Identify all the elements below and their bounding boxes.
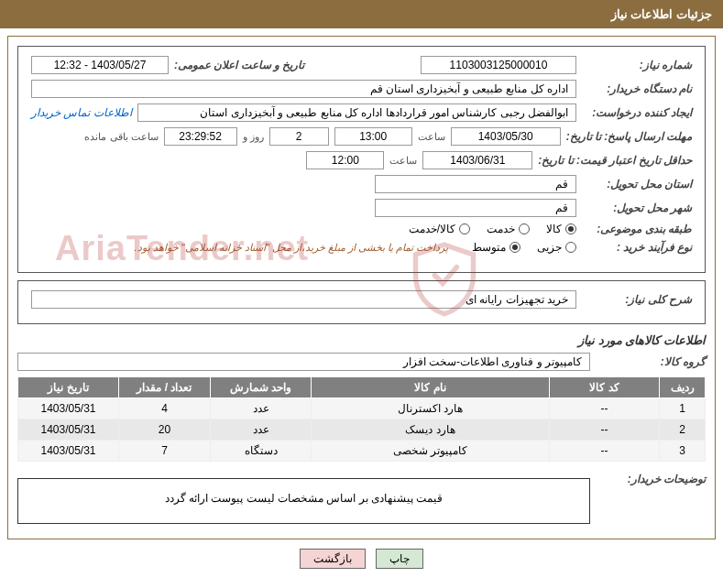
city-value: قم bbox=[375, 199, 576, 217]
validity-date: 1403/06/31 bbox=[422, 151, 532, 169]
cell-name: هارد دیسک bbox=[312, 419, 550, 441]
row-process: نوع فرآیند خرید : جزیی متوسط پرداخت تمام… bbox=[31, 241, 692, 254]
cell-code: -- bbox=[550, 398, 660, 419]
city-label: شهر محل تحویل: bbox=[582, 201, 692, 214]
buyer-notes-box: قیمت پیشنهادی بر اساس مشخصات لیست پیوست … bbox=[17, 478, 590, 524]
time-word-1: ساعت bbox=[418, 131, 445, 143]
buyer-org-label: نام دستگاه خریدار: bbox=[582, 82, 692, 95]
cell-date: 1403/05/31 bbox=[18, 398, 119, 419]
radio-circle-icon bbox=[509, 242, 520, 253]
category-radio-group: کالا خدمت کالا/خدمت bbox=[409, 223, 576, 235]
row-validity: حداقل تاریخ اعتبار قیمت: تا تاریخ: 1403/… bbox=[31, 151, 692, 169]
group-label: گروه کالا: bbox=[596, 355, 706, 368]
description-label: شرح کلی نیاز: bbox=[582, 293, 692, 306]
goods-section-title: اطلاعات کالاهای مورد نیاز bbox=[17, 333, 706, 347]
creator-value: ابوالفضل رجبی کارشناس امور قراردادها ادا… bbox=[137, 103, 576, 122]
days-remaining: 2 bbox=[269, 127, 329, 146]
description-frame: شرح کلی نیاز: خرید تجهیزات رایانه ای bbox=[17, 280, 706, 324]
outer-frame: شماره نیاز: 1103003125000010 تاریخ و ساع… bbox=[7, 36, 716, 539]
cell-idx: 3 bbox=[660, 441, 706, 462]
page-header: جزئیات اطلاعات نیاز bbox=[0, 0, 723, 28]
table-row: 2 -- هارد دیسک عدد 20 1403/05/31 bbox=[18, 419, 706, 441]
process-note: پرداخت تمام یا بخشی از مبلغ خرید،از محل … bbox=[134, 242, 448, 254]
row-description: شرح کلی نیاز: خرید تجهیزات رایانه ای bbox=[31, 290, 692, 309]
cell-idx: 1 bbox=[660, 398, 706, 419]
table-row: 1 -- هارد اکسترنال عدد 4 1403/05/31 bbox=[18, 398, 706, 419]
deadline-time: 13:00 bbox=[334, 127, 412, 146]
buyer-org-value: اداره کل منابع طبیعی و آبخیزداری استان ق… bbox=[31, 80, 576, 98]
radio-goods-label: کالا bbox=[546, 223, 562, 235]
row-province: استان محل تحویل: قم bbox=[31, 175, 692, 193]
cell-name: هارد اکسترنال bbox=[312, 398, 550, 419]
row-deadline: مهلت ارسال پاسخ: تا تاریخ: 1403/05/30 سا… bbox=[31, 127, 692, 146]
radio-circle-icon bbox=[565, 223, 576, 234]
table-header-row: ردیف کد کالا نام کالا واحد شمارش تعداد /… bbox=[18, 377, 706, 398]
th-unit: واحد شمارش bbox=[211, 377, 312, 398]
time-word-2: ساعت bbox=[389, 155, 417, 167]
radio-service-label: خدمت bbox=[487, 223, 515, 235]
radio-circle-icon bbox=[459, 223, 470, 234]
cell-name: کامپیوتر شخصی bbox=[312, 441, 550, 462]
radio-minor-label: جزیی bbox=[537, 241, 562, 254]
group-value: کامپیوتر و فناوری اطلاعات-سخت افزار bbox=[17, 353, 590, 371]
buyer-notes-label: توضیحات خریدار: bbox=[596, 473, 706, 485]
row-buyer-notes: توضیحات خریدار: قیمت پیشنهادی بر اساس مش… bbox=[17, 473, 706, 524]
province-value: قم bbox=[375, 175, 576, 193]
radio-circle-icon bbox=[519, 223, 530, 234]
announce-label: تاریخ و ساعت اعلان عمومی: bbox=[174, 59, 304, 71]
cell-qty: 4 bbox=[119, 398, 211, 419]
need-number-value: 1103003125000010 bbox=[421, 56, 576, 74]
row-group: گروه کالا: کامپیوتر و فناوری اطلاعات-سخت… bbox=[17, 353, 706, 371]
description-value: خرید تجهیزات رایانه ای bbox=[31, 290, 576, 309]
cell-unit: عدد bbox=[211, 419, 312, 441]
need-number-label: شماره نیاز: bbox=[582, 59, 692, 71]
cell-unit: دستگاه bbox=[211, 441, 312, 462]
contact-link[interactable]: اطلاعات تماس خریدار bbox=[31, 106, 132, 119]
radio-service[interactable]: خدمت bbox=[487, 223, 530, 235]
row-need-number: شماره نیاز: 1103003125000010 تاریخ و ساع… bbox=[31, 56, 692, 74]
row-category: طبقه بندی موضوعی: کالا خدمت کالا/خدمت bbox=[31, 223, 692, 235]
province-label: استان محل تحویل: bbox=[582, 178, 692, 191]
cell-date: 1403/05/31 bbox=[18, 441, 119, 462]
announce-value: 1403/05/27 - 12:32 bbox=[31, 56, 169, 74]
back-button[interactable]: بازگشت bbox=[300, 549, 366, 569]
cell-date: 1403/05/31 bbox=[18, 419, 119, 441]
print-button[interactable]: چاپ bbox=[376, 549, 423, 569]
deadline-label: مهلت ارسال پاسخ: تا تاریخ: bbox=[566, 130, 692, 143]
validity-time: 12:00 bbox=[306, 151, 384, 169]
radio-goods-service[interactable]: کالا/خدمت bbox=[409, 223, 470, 235]
days-word: روز و bbox=[243, 131, 264, 143]
deadline-date: 1403/05/30 bbox=[451, 127, 561, 146]
th-name: نام کالا bbox=[312, 377, 550, 398]
page-title: جزئیات اطلاعات نیاز bbox=[611, 7, 712, 21]
radio-goods-service-label: کالا/خدمت bbox=[409, 223, 455, 235]
radio-minor[interactable]: جزیی bbox=[537, 241, 576, 254]
cell-qty: 7 bbox=[119, 441, 211, 462]
cell-unit: عدد bbox=[211, 398, 312, 419]
countdown: 23:29:52 bbox=[164, 127, 237, 146]
radio-goods[interactable]: کالا bbox=[546, 223, 576, 235]
category-label: طبقه بندی موضوعی: bbox=[582, 223, 692, 235]
buyer-notes-text: قیمت پیشنهادی بر اساس مشخصات لیست پیوست … bbox=[165, 492, 444, 505]
cell-qty: 20 bbox=[119, 419, 211, 441]
th-date: تاریخ نیاز bbox=[18, 377, 119, 398]
goods-table: ردیف کد کالا نام کالا واحد شمارش تعداد /… bbox=[17, 376, 706, 462]
process-radio-group: جزیی متوسط bbox=[472, 241, 576, 254]
details-frame: شماره نیاز: 1103003125000010 تاریخ و ساع… bbox=[17, 46, 706, 273]
creator-label: ایجاد کننده درخواست: bbox=[582, 106, 692, 119]
table-row: 3 -- کامپیوتر شخصی دستگاه 7 1403/05/31 bbox=[18, 441, 706, 462]
process-label: نوع فرآیند خرید : bbox=[582, 241, 692, 254]
radio-circle-icon bbox=[565, 242, 576, 253]
cell-code: -- bbox=[550, 441, 660, 462]
validity-label: حداقل تاریخ اعتبار قیمت: تا تاریخ: bbox=[538, 154, 692, 167]
row-city: شهر محل تحویل: قم bbox=[31, 199, 692, 217]
row-creator: ایجاد کننده درخواست: ابوالفضل رجبی کارشن… bbox=[31, 103, 692, 122]
th-qty: تعداد / مقدار bbox=[119, 377, 211, 398]
button-row: چاپ بازگشت bbox=[0, 549, 723, 569]
cell-idx: 2 bbox=[660, 419, 706, 441]
th-code: کد کالا bbox=[550, 377, 660, 398]
radio-medium[interactable]: متوسط bbox=[472, 241, 520, 254]
remaining-word: ساعت باقی مانده bbox=[84, 131, 158, 143]
radio-medium-label: متوسط bbox=[472, 241, 506, 254]
cell-code: -- bbox=[550, 419, 660, 441]
